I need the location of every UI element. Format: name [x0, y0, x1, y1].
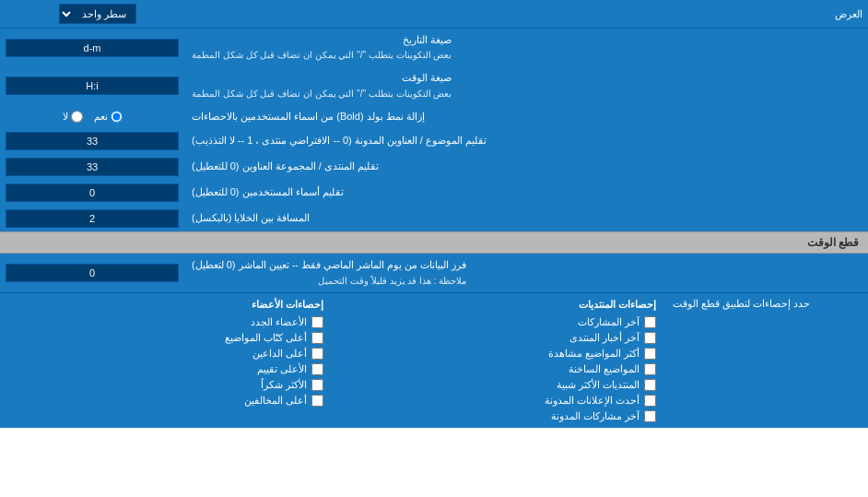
latest-announcements-checkbox[interactable]	[644, 395, 656, 407]
last-posts-item[interactable]: آخر المشاركات	[342, 316, 656, 328]
cutoff-label-cell: فرز البيانات من يوم الماشر الماضي فقط --…	[184, 254, 868, 291]
time-format-row: صيغة الوقت بعض التكوينات يتطلب "/" التي …	[0, 66, 868, 104]
last-posts-label: آخر المشاركات	[578, 316, 639, 328]
top-violators-item[interactable]: أعلى المخالفين	[9, 395, 323, 407]
cell-padding-row: المسافة بين الخلايا (بالبكسل)	[0, 206, 868, 231]
top-callers-checkbox[interactable]	[311, 348, 323, 360]
forums-stats-col: إحصاءات المنتديات آخر المشاركات آخر أخبا…	[333, 293, 665, 428]
time-format-label-cell: صيغة الوقت بعض التكوينات يتطلب "/" التي …	[184, 66, 868, 104]
lines-select[interactable]: سطر واحدسطرينثلاثة أسطر	[59, 4, 136, 24]
latest-announcements-item[interactable]: أحدث الإعلانات المدونة	[342, 395, 656, 407]
topic-titles-input[interactable]	[6, 132, 179, 150]
time-format-input-cell	[0, 66, 184, 104]
forum-headers-label-cell: تقليم المنتدى / المجموعة العناوين (0 للت…	[184, 154, 868, 180]
last-news-item[interactable]: آخر أخبار المنتدى	[342, 332, 656, 344]
cutoff-input[interactable]	[6, 264, 179, 282]
most-thanked-label: الأكثر شكراً	[261, 379, 307, 391]
bold-yes-text: نعم	[94, 111, 108, 123]
hot-topics-item[interactable]: المواضيع الساخنة	[342, 363, 656, 375]
last-blog-posts-checkbox[interactable]	[644, 410, 656, 422]
most-viewed-checkbox[interactable]	[644, 348, 656, 360]
new-members-label: الأعضاء الجدد	[251, 316, 307, 328]
bold-no-radio[interactable]	[71, 111, 83, 123]
last-blog-posts-label: آخر مشاركات المدونة	[551, 410, 639, 422]
bold-no-label[interactable]: لا	[63, 111, 83, 123]
most-thanked-checkbox[interactable]	[311, 379, 323, 391]
top-callers-label: أعلى الداعين	[252, 348, 307, 360]
last-posts-checkbox[interactable]	[644, 316, 656, 328]
top-rated-checkbox[interactable]	[311, 363, 323, 375]
usernames-row: تقليم أسماء المستخدمين (0 للتعطيل)	[0, 180, 868, 206]
forum-headers-input[interactable]	[6, 158, 179, 176]
topic-titles-row: تقليم الموضوع / العناوين المدونة (0 -- ا…	[0, 128, 868, 154]
most-similar-forums-item[interactable]: المنتديات الأكثر شبية	[342, 379, 656, 391]
forum-headers-input-cell	[0, 154, 184, 180]
display-row: العرض سطر واحدسطرينثلاثة أسطر	[0, 0, 868, 29]
cutoff-sublabel: ملاحظة : هذا قد يزيد قليلاً وقت التحميل	[192, 275, 466, 288]
new-members-item[interactable]: الأعضاء الجدد	[9, 316, 323, 328]
date-format-input[interactable]	[6, 39, 179, 57]
cell-padding-label-cell: المسافة بين الخلايا (بالبكسل)	[184, 206, 868, 231]
top-rated-item[interactable]: الأعلى تقييم	[9, 363, 323, 375]
display-label: العرض	[190, 8, 862, 20]
top-rated-label: الأعلى تقييم	[257, 363, 307, 375]
most-viewed-label: أكثر المواضيع مشاهدة	[548, 348, 639, 360]
cell-padding-input-cell	[0, 206, 184, 231]
hot-topics-checkbox[interactable]	[644, 363, 656, 375]
cell-padding-input[interactable]	[6, 209, 179, 228]
most-similar-forums-label: المنتديات الأكثر شبية	[557, 379, 639, 391]
date-format-row: صيغة التاريخ بعض التكوينات يتطلب "/" الت…	[0, 29, 868, 66]
usernames-label-cell: تقليم أسماء المستخدمين (0 للتعطيل)	[184, 180, 868, 206]
top-callers-item[interactable]: أعلى الداعين	[9, 348, 323, 360]
top-topic-writers-label: أعلى كتّاب المواضيع	[225, 332, 307, 344]
bold-remove-label-cell: إزالة نمط بولد (Bold) من اسماء المستخدمي…	[184, 105, 868, 128]
usernames-label: تقليم أسماء المستخدمين (0 للتعطيل)	[192, 185, 344, 199]
bold-remove-row: إزالة نمط بولد (Bold) من اسماء المستخدمي…	[0, 105, 868, 128]
top-topic-writers-checkbox[interactable]	[311, 332, 323, 344]
bold-no-text: لا	[63, 111, 68, 123]
topic-titles-input-cell	[0, 128, 184, 154]
cutoff-label: فرز البيانات من يوم الماشر الماضي فقط --…	[192, 258, 466, 272]
most-similar-forums-checkbox[interactable]	[644, 379, 656, 391]
date-format-input-cell	[0, 29, 184, 66]
cell-padding-label: المسافة بين الخلايا (بالبكسل)	[192, 211, 311, 225]
cutoff-input-cell	[0, 254, 184, 291]
checkbox-section: حدد إحصاءات لتطبيق قطع الوقت إحصاءات الم…	[0, 292, 868, 428]
last-blog-posts-item[interactable]: آخر مشاركات المدونة	[342, 410, 656, 422]
usernames-input-cell	[0, 180, 184, 206]
members-stats-col: إحصاءات الأعضاء الأعضاء الجدد أعلى كتّاب…	[0, 293, 333, 428]
members-stats-header: إحصاءات الأعضاء	[9, 299, 323, 311]
usernames-input[interactable]	[6, 183, 179, 202]
new-members-checkbox[interactable]	[311, 316, 323, 328]
time-format-input[interactable]	[6, 77, 179, 95]
cutoff-row: فرز البيانات من يوم الماشر الماضي فقط --…	[0, 254, 868, 291]
most-viewed-item[interactable]: أكثر المواضيع مشاهدة	[342, 348, 656, 360]
bold-yes-label[interactable]: نعم	[94, 111, 123, 123]
time-format-sublabel: بعض التكوينات يتطلب "/" التي يمكن ان تضا…	[192, 88, 452, 101]
top-violators-checkbox[interactable]	[311, 395, 323, 407]
forum-headers-label: تقليم المنتدى / المجموعة العناوين (0 للت…	[192, 160, 379, 173]
top-violators-label: أعلى المخالفين	[244, 395, 307, 407]
date-format-sublabel: بعض التكوينات يتطلب "/" التي يمكن ان تضا…	[192, 49, 452, 62]
top-topic-writers-item[interactable]: أعلى كتّاب المواضيع	[9, 332, 323, 344]
bold-yes-radio[interactable]	[111, 111, 123, 123]
forums-stats-header: إحصاءات المنتديات	[342, 299, 656, 311]
last-news-checkbox[interactable]	[644, 332, 656, 344]
limit-label: حدد إحصاءات لتطبيق قطع الوقت	[665, 293, 868, 428]
bold-remove-radio-cell: نعم لا	[0, 105, 184, 128]
date-format-label-cell: صيغة التاريخ بعض التكوينات يتطلب "/" الت…	[184, 29, 868, 66]
cutoff-header: قطع الوقت	[0, 231, 868, 254]
topic-titles-label-cell: تقليم الموضوع / العناوين المدونة (0 -- ا…	[184, 128, 868, 154]
bold-remove-label: إزالة نمط بولد (Bold) من اسماء المستخدمي…	[192, 110, 425, 124]
last-news-label: آخر أخبار المنتدى	[569, 332, 639, 344]
most-thanked-item[interactable]: الأكثر شكراً	[9, 379, 323, 391]
display-select-wrap: سطر واحدسطرينثلاثة أسطر	[6, 4, 190, 24]
time-format-label: صيغة الوقت	[192, 71, 452, 85]
forum-headers-row: تقليم المنتدى / المجموعة العناوين (0 للت…	[0, 154, 868, 180]
hot-topics-label: المواضيع الساخنة	[569, 363, 639, 375]
latest-announcements-label: أحدث الإعلانات المدونة	[545, 395, 639, 407]
topic-titles-label: تقليم الموضوع / العناوين المدونة (0 -- ا…	[192, 134, 487, 148]
date-format-label: صيغة التاريخ	[192, 33, 452, 47]
